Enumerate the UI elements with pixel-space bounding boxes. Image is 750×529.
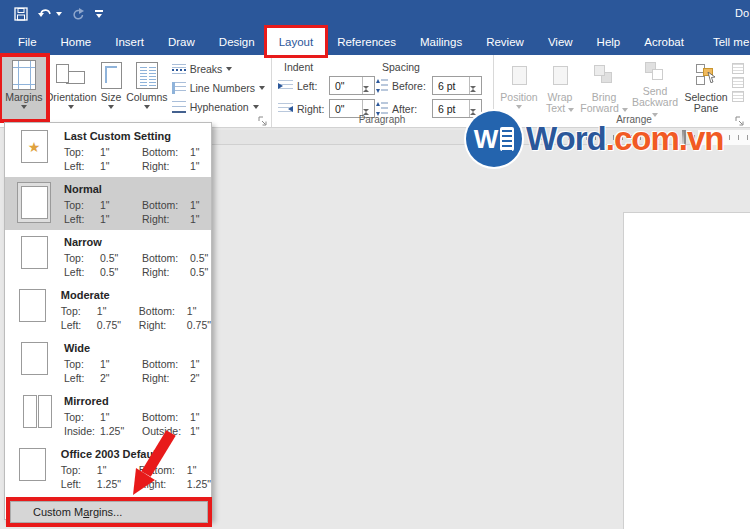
hyphenation-button[interactable]: Hyphenation: [172, 99, 265, 115]
margin-preset-icon: [21, 236, 48, 269]
chevron-down-icon: [144, 105, 150, 109]
line-numbers-label: Line Numbers: [190, 82, 255, 94]
align-icon: [732, 63, 744, 74]
indent-left-label: Left:: [297, 80, 325, 92]
quick-access-toolbar: [0, 7, 103, 21]
send-backward-icon: [644, 62, 666, 82]
tab-layout[interactable]: Layout: [267, 28, 326, 55]
tell-me-label: Tell me what you want t: [713, 36, 750, 48]
star-icon: ★: [28, 140, 41, 154]
tab-insert[interactable]: Insert: [103, 28, 156, 55]
margin-preset-icon: [19, 448, 46, 481]
menu-item-normal[interactable]: Normal Top:1"Bottom:1" Left:1"Right:1": [5, 177, 211, 230]
columns-icon: [136, 62, 158, 89]
line-numbers-icon: [172, 82, 186, 94]
wrap-text-icon: [553, 66, 568, 85]
margins-label: Margins: [5, 92, 42, 103]
page-setup-dialog-launcher[interactable]: [257, 113, 269, 125]
send-backward-button: SendBackward: [628, 57, 682, 119]
chevron-down-icon: [516, 105, 522, 109]
orientation-button[interactable]: Orientation: [46, 57, 96, 119]
tab-design[interactable]: Design: [207, 28, 267, 55]
chevron-down-icon: [68, 105, 74, 109]
chevron-down-icon: [96, 14, 102, 18]
selection-pane-button[interactable]: SelectionPane: [682, 57, 730, 119]
indent-right-label: Right:: [297, 103, 325, 115]
logo-letter: W: [474, 124, 499, 155]
wrap-text-button: WrapText: [540, 57, 580, 119]
margin-preset-icon: ★: [21, 130, 48, 163]
undo-icon[interactable]: [38, 8, 62, 20]
position-label: Position: [500, 92, 537, 103]
orientation-label: Orientation: [45, 92, 96, 103]
paragraph-group-label: Paragraph: [272, 114, 492, 125]
save-icon[interactable]: [14, 7, 28, 21]
chevron-down-icon: [21, 105, 27, 109]
orientation-icon: [55, 62, 87, 88]
title-bar: Do: [0, 0, 750, 28]
chevron-down-icon: [56, 12, 62, 16]
margin-preset-icon: [21, 186, 48, 219]
size-button[interactable]: Size: [96, 57, 126, 119]
bring-forward-button: BringForward: [580, 57, 628, 119]
document-title: Do: [735, 7, 750, 19]
chevron-down-icon: [259, 86, 265, 90]
columns-button[interactable]: Columns: [126, 57, 167, 119]
indent-right-icon: [278, 103, 293, 114]
margin-preset-icon: [19, 289, 46, 322]
arrange-dialog-launcher[interactable]: [734, 113, 746, 125]
customize-toolbar-icon[interactable]: [95, 10, 103, 18]
tab-file[interactable]: File: [6, 28, 49, 55]
document-glyph-icon: [500, 127, 514, 151]
chevron-down-icon: [108, 105, 114, 109]
spacing-title: Spacing: [382, 61, 420, 73]
tab-view[interactable]: View: [536, 28, 585, 55]
rotate-icon: [732, 91, 744, 102]
redo-icon[interactable]: [72, 8, 85, 21]
menu-item-wide[interactable]: Wide Top:1"Bottom:1" Left:2"Right:2": [5, 336, 211, 389]
indent-left-input[interactable]: 0": [329, 76, 375, 95]
watermark-word: Word: [526, 120, 606, 157]
indent-left-icon: [278, 80, 293, 91]
tab-draw[interactable]: Draw: [156, 28, 207, 55]
margin-preset-icon: [21, 342, 48, 375]
position-button: Position: [498, 57, 540, 119]
paragraph-group: Indent Spacing Left: 0" Right: 0": [272, 55, 494, 127]
line-numbers-button[interactable]: Line Numbers: [172, 80, 265, 96]
tab-home[interactable]: Home: [49, 28, 104, 55]
bring-forward-icon: [593, 65, 615, 85]
size-icon: [101, 62, 122, 89]
position-icon: [512, 66, 527, 85]
hyphenation-label: Hyphenation: [190, 101, 249, 113]
tab-mailings[interactable]: Mailings: [408, 28, 474, 55]
size-label: Size: [101, 92, 121, 103]
document-page[interactable]: [623, 212, 750, 529]
word-logo-icon: W: [466, 111, 522, 167]
page-setup-group: Margins Orientation Size Columns Breaks: [0, 55, 272, 127]
group-icon: [732, 77, 744, 88]
spacing-before-input[interactable]: 6 pt: [432, 76, 482, 95]
margins-button[interactable]: Margins: [2, 57, 46, 119]
menu-item-last-custom-setting[interactable]: ★ Last Custom Setting Top:1"Bottom:1" Le…: [5, 124, 211, 177]
annotation-arrow-icon: [123, 425, 183, 500]
margin-preset-icon: [23, 395, 52, 428]
tab-acrobat[interactable]: Acrobat: [632, 28, 696, 55]
breaks-label: Breaks: [190, 63, 223, 75]
selection-pane-icon: [695, 64, 717, 86]
breaks-button[interactable]: Breaks: [172, 61, 265, 77]
custom-margins-menu-item[interactable]: Custom Margins...: [10, 501, 208, 523]
spacing-before-icon: [376, 79, 388, 93]
hyphenation-icon: [172, 101, 186, 113]
menu-item-moderate[interactable]: Moderate Top:1"Bottom:1" Left:0.75"Right…: [5, 283, 211, 336]
breaks-icon: [172, 63, 186, 75]
menu-item-narrow[interactable]: Narrow Top:0.5"Bottom:0.5" Left:0.5"Righ…: [5, 230, 211, 283]
tab-references[interactable]: References: [325, 28, 408, 55]
columns-label: Columns: [126, 92, 167, 103]
margins-icon: [12, 60, 36, 90]
tell-me-search[interactable]: Tell me what you want t: [706, 28, 750, 55]
spacing-before-label: Before:: [392, 80, 428, 92]
chevron-down-icon: [253, 105, 259, 109]
tab-review[interactable]: Review: [474, 28, 536, 55]
tab-help[interactable]: Help: [585, 28, 633, 55]
spacing-after-label: After:: [392, 103, 428, 115]
